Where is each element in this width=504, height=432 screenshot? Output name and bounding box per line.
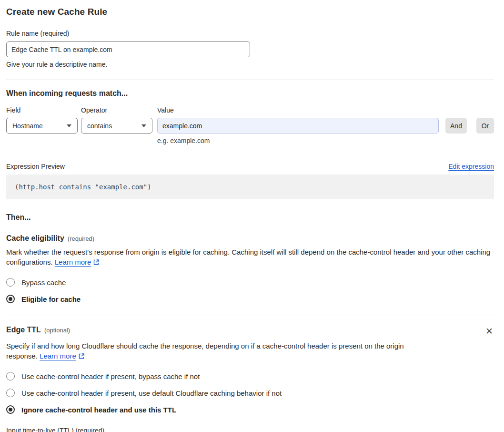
radio-use-header-default-if-not[interactable]: Use cache-control header if present, use… <box>6 389 494 397</box>
external-link-icon <box>78 353 85 360</box>
rule-name-input[interactable] <box>6 41 250 57</box>
radio-label: Bypass cache <box>21 278 66 287</box>
radio-label: Ignore cache-control header and use this… <box>21 406 176 414</box>
rule-name-label: Rule name (required) <box>6 30 69 37</box>
edit-expression-link[interactable]: Edit expression <box>448 163 494 170</box>
edge-ttl-learn-more-link[interactable]: Learn more <box>40 352 85 360</box>
radio-button-icon <box>6 372 15 381</box>
field-select[interactable]: Hostname <box>6 118 78 134</box>
value-label: Value <box>157 106 174 114</box>
ttl-input-label: Input time-to-live (TTL) (required) <box>6 427 494 432</box>
cache-eligibility-title: Cache eligibility <box>6 234 64 243</box>
radio-label: Use cache-control header if present, use… <box>21 389 282 397</box>
radio-use-header-bypass-if-not[interactable]: Use cache-control header if present, byp… <box>6 372 494 381</box>
or-button[interactable]: Or <box>476 118 494 134</box>
create-cache-rule-form: Create new Cache Rule Rule name (require… <box>0 0 504 432</box>
close-icon[interactable]: ✕ <box>484 326 494 337</box>
page-title: Create new Cache Rule <box>6 7 494 17</box>
chevron-down-icon <box>67 124 71 127</box>
match-section-heading: When incoming requests match... <box>6 89 494 98</box>
cache-eligibility-required-flag: (required) <box>68 235 94 242</box>
expression-preview-box: (http.host contains "example.com") <box>6 175 494 199</box>
then-heading: Then... <box>6 213 494 222</box>
edge-ttl-optional-flag: (optional) <box>44 327 70 334</box>
radio-button-icon <box>6 278 15 287</box>
operator-select-value: contains <box>87 122 112 130</box>
cache-eligibility-learn-more-link[interactable]: Learn more <box>55 258 100 266</box>
external-link-icon <box>93 259 100 266</box>
edge-ttl-title: Edge TTL <box>6 326 41 334</box>
operator-label: Operator <box>81 106 157 114</box>
chevron-down-icon <box>141 124 146 127</box>
section-divider <box>6 315 494 315</box>
radio-label: Eligible for cache <box>21 295 81 303</box>
cache-eligibility-radio-group: Bypass cache Eligible for cache <box>6 278 494 303</box>
field-label: Field <box>6 106 81 114</box>
learn-more-label: Learn more <box>40 352 76 360</box>
radio-ignore-header-use-ttl[interactable]: Ignore cache-control header and use this… <box>6 405 494 414</box>
radio-button-icon <box>6 405 15 414</box>
learn-more-label: Learn more <box>55 258 91 266</box>
rule-name-helper: Give your rule a descriptive name. <box>6 61 494 68</box>
edge-ttl-description: Specify if and how long Cloudflare shoul… <box>6 341 406 361</box>
and-button[interactable]: And <box>445 118 467 134</box>
radio-button-icon <box>6 389 15 397</box>
radio-button-icon <box>6 295 15 303</box>
value-input[interactable] <box>157 118 439 134</box>
expression-preview-label: Expression Preview <box>6 163 65 170</box>
edge-ttl-radio-group: Use cache-control header if present, byp… <box>6 372 494 414</box>
value-helper: e.g. example.com <box>157 137 439 144</box>
radio-bypass-cache[interactable]: Bypass cache <box>6 278 494 287</box>
radio-label: Use cache-control header if present, byp… <box>21 372 200 381</box>
field-select-value: Hostname <box>12 122 43 130</box>
operator-select[interactable]: contains <box>81 118 152 134</box>
radio-eligible-for-cache[interactable]: Eligible for cache <box>6 295 494 303</box>
section-divider <box>6 80 494 80</box>
cache-eligibility-description: Mark whether the request’s response from… <box>6 247 494 267</box>
